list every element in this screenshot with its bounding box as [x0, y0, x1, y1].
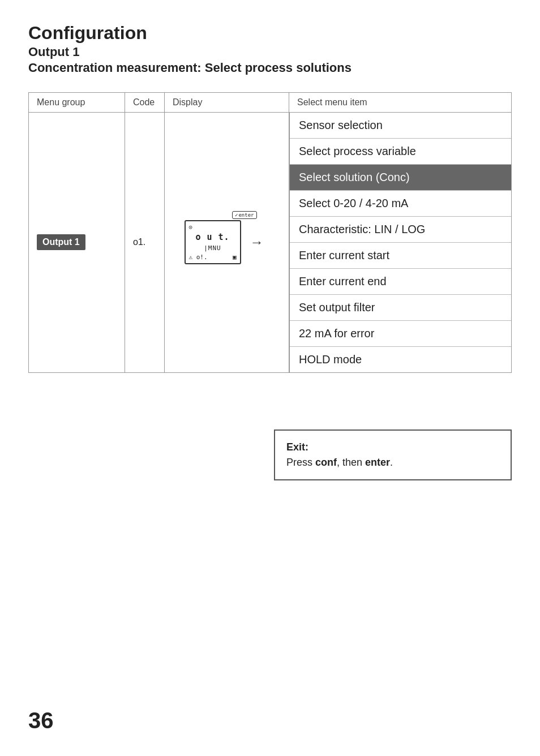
menu-items-column: Sensor selection Select process variable…: [289, 113, 511, 372]
display-bottom-right: ▣: [233, 254, 237, 261]
exit-label-text: Exit:: [286, 441, 308, 453]
menu-item-set-output-filter[interactable]: Set output filter: [290, 295, 511, 321]
exit-box: Exit: Press conf, then enter.: [274, 429, 512, 480]
exit-label: Exit:: [286, 440, 499, 455]
enter-label: enter: [238, 212, 254, 218]
display-main-text: o u t. |MNU: [189, 232, 237, 252]
enter-button: ✓ enter: [232, 211, 257, 219]
page-subtitle2: Concentration measurement: Select proces…: [28, 61, 512, 75]
menu-item-select-process-variable[interactable]: Select process variable: [290, 139, 511, 165]
exit-text-after: .: [390, 457, 393, 468]
menu-item-select-solution[interactable]: Select solution (Conc): [290, 165, 511, 191]
exit-instruction: Press conf, then enter.: [286, 455, 499, 470]
cell-code: o1.: [125, 113, 165, 372]
menu-item-hold-mode[interactable]: HOLD mode: [290, 347, 511, 372]
menu-item-enter-current-start[interactable]: Enter current start: [290, 243, 511, 269]
menu-item-enter-current-end[interactable]: Enter current end: [290, 269, 511, 295]
menu-item-characteristic[interactable]: Characteristic: LIN / LOG: [290, 217, 511, 243]
display-top-row: ⊙: [189, 224, 237, 231]
arrow-right-icon: →: [250, 234, 264, 250]
output-badge: Output 1: [37, 234, 85, 250]
display-top-left: ⊙: [189, 224, 193, 231]
exit-conf: conf: [315, 457, 337, 468]
exit-text-before: Press: [286, 457, 315, 468]
menu-item-select-0-20[interactable]: Select 0-20 / 4-20 mA: [290, 191, 511, 217]
exit-text-middle: , then: [337, 457, 365, 468]
main-table: Menu group Code Display Select menu item…: [28, 92, 512, 373]
header-code: Code: [125, 93, 165, 112]
menu-item-22ma-error[interactable]: 22 mA for error: [290, 321, 511, 347]
code-value: o1.: [133, 237, 145, 247]
display-bottom-row: ⚠ o!. ▣: [189, 254, 237, 261]
cell-menu-group: Output 1: [29, 113, 125, 372]
table-header-row: Menu group Code Display Select menu item: [29, 93, 511, 113]
display-main: o u t. |MNU: [195, 232, 229, 252]
cell-display: ⊙ o u t. |MNU ⚠ o!. ▣ ✓ enter: [165, 113, 289, 372]
header-select: Select menu item: [289, 93, 511, 112]
header-menu-group: Menu group: [29, 93, 125, 112]
page-number: 36: [28, 708, 54, 733]
table-data-row: Output 1 o1. ⊙ o u t. |MNU: [29, 113, 511, 372]
page-title: Configuration: [28, 23, 512, 44]
display-bottom-left: ⚠ o!.: [189, 254, 208, 261]
display-content: ⊙ o u t. |MNU ⚠ o!. ▣ ✓ enter: [173, 220, 281, 264]
display-device: ⊙ o u t. |MNU ⚠ o!. ▣ ✓ enter: [185, 220, 241, 264]
page-subtitle: Output 1: [28, 45, 512, 59]
exit-enter: enter: [365, 457, 390, 468]
menu-item-sensor-selection[interactable]: Sensor selection: [290, 113, 511, 139]
header-display: Display: [165, 93, 289, 112]
